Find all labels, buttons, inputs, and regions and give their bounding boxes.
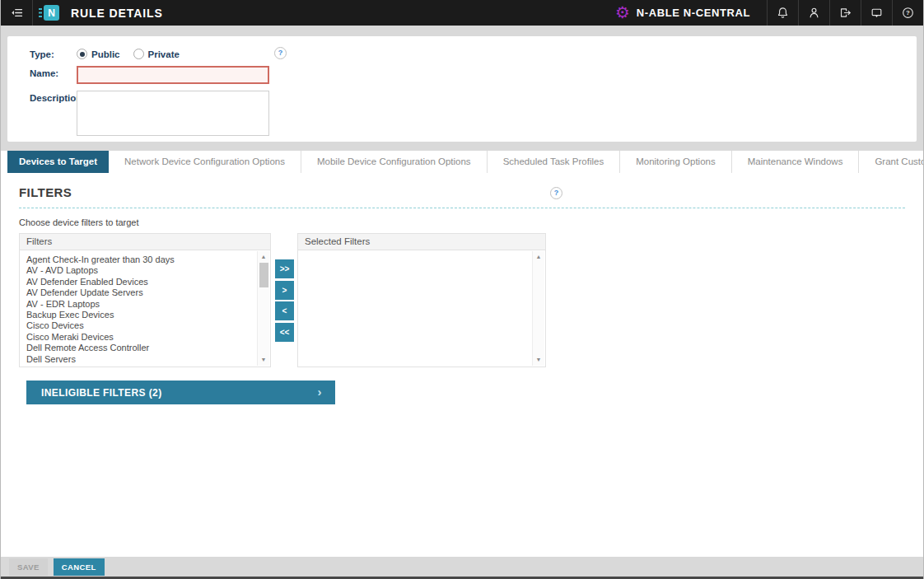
transfer-buttons: >> > < << <box>275 259 294 342</box>
svg-text:?: ? <box>906 9 910 16</box>
type-private-radio[interactable] <box>133 49 144 59</box>
devices-to-target-panel: FILTERS ? Choose device filters to targe… <box>1 173 923 557</box>
scroll-up-icon[interactable]: ▲ <box>258 253 269 261</box>
ncentral-logo-icon: N <box>44 5 59 21</box>
tab-devices-to-target[interactable]: Devices to Target <box>7 151 109 173</box>
form-help-icon[interactable]: ? <box>274 47 287 59</box>
nable-logo-icon: ⚙ <box>615 0 630 26</box>
move-right-button[interactable]: > <box>275 281 294 300</box>
filter-option[interactable]: AV - AVD Laptops <box>26 265 254 276</box>
chevron-right-icon: › <box>318 385 322 399</box>
save-button[interactable]: SAVE <box>9 558 48 576</box>
nable-brand: ⚙ N-ABLE N-CENTRAL <box>615 0 767 26</box>
ineligible-filters-expander[interactable]: INELIGIBLE FILTERS (2) › <box>26 381 335 404</box>
rule-form-card: Type: Public Private ? Name: Description… <box>7 36 917 142</box>
filters-help-icon[interactable]: ? <box>550 187 562 199</box>
type-label: Type: <box>30 47 77 59</box>
type-radio-group: Public Private <box>77 47 193 59</box>
selected-filters-box: Selected Filters ▲ ▼ <box>297 233 546 367</box>
tab-grant-customers-sites-access[interactable]: Grant Customers & Sites Access <box>859 151 924 173</box>
tab-maintenance-windows[interactable]: Maintenance Windows <box>732 151 860 173</box>
move-left-button[interactable]: < <box>275 301 294 320</box>
filters-subtitle: Choose device filters to target <box>19 217 905 227</box>
name-input[interactable] <box>77 66 269 84</box>
filter-option[interactable]: Cisco Devices <box>26 320 254 331</box>
header-divider <box>32 0 33 26</box>
top-bar-right: ⚙ N-ABLE N-CENTRAL <box>615 0 923 26</box>
name-row: Name: <box>30 66 917 84</box>
scroll-up-icon[interactable]: ▲ <box>533 253 544 261</box>
top-bar: N RULE DETAILS ⚙ N-ABLE N-CENTRAL <box>1 0 923 26</box>
brand-name: N-ABLE N-CENTRAL <box>637 7 750 19</box>
scroll-down-icon[interactable]: ▼ <box>258 356 269 364</box>
name-label: Name: <box>30 66 77 78</box>
description-input[interactable] <box>77 91 269 136</box>
scrollbar-thumb[interactable] <box>259 263 268 287</box>
filter-option[interactable]: Backup Exec Devices <box>26 310 254 320</box>
selected-filters-header: Selected Filters <box>297 233 546 250</box>
available-filters-box: Filters Agent Check-In greater than 30 d… <box>19 233 271 367</box>
footer-bar: SAVE CANCEL <box>1 557 923 577</box>
form-section: Type: Public Private ? Name: Description… <box>1 26 923 151</box>
available-filters-scrollbar[interactable]: ▲ ▼ <box>257 251 269 366</box>
available-filters-header: Filters <box>19 233 271 250</box>
cancel-button[interactable]: CANCEL <box>54 558 105 576</box>
tab-scheduled-task-profiles[interactable]: Scheduled Task Profiles <box>488 151 621 173</box>
notifications-bell-icon[interactable] <box>767 0 798 26</box>
description-row: Description: <box>30 91 917 136</box>
top-bar-left: N RULE DETAILS <box>1 0 163 26</box>
help-icon[interactable]: ? <box>892 0 923 26</box>
move-all-right-button[interactable]: >> <box>275 259 294 278</box>
tab-bar: Devices to Target Network Device Configu… <box>1 151 923 173</box>
selected-filters-list[interactable]: ▲ ▼ <box>297 250 546 367</box>
tab-monitoring-options[interactable]: Monitoring Options <box>620 151 732 173</box>
page-title: RULE DETAILS <box>71 7 163 20</box>
type-row: Type: Public Private <box>30 47 917 59</box>
filter-option[interactable]: AV Defender Enabled Devices <box>26 277 254 287</box>
filters-section-header: FILTERS <box>19 173 905 208</box>
dual-listbox: Filters Agent Check-In greater than 30 d… <box>19 233 905 367</box>
scroll-down-icon[interactable]: ▼ <box>533 356 544 364</box>
tab-network-device-configuration-options[interactable]: Network Device Configuration Options <box>109 151 301 173</box>
filter-option[interactable]: Dell Servers <box>26 354 254 365</box>
type-public-radio[interactable] <box>77 49 87 59</box>
tab-mobile-device-configuration-options[interactable]: Mobile Device Configuration Options <box>301 151 488 173</box>
filter-option[interactable]: Dell Remote Access Controller <box>26 343 254 353</box>
logout-icon[interactable] <box>829 0 861 26</box>
filter-option[interactable]: Agent Check-In greater than 30 days <box>26 254 254 265</box>
filter-option[interactable]: AV Defender Update Servers <box>26 287 254 298</box>
collapse-menu-icon[interactable] <box>1 0 32 26</box>
rule-details-page: N RULE DETAILS ⚙ N-ABLE N-CENTRAL <box>0 0 924 579</box>
filter-option[interactable]: Cisco Meraki Devices <box>26 332 254 343</box>
move-all-left-button[interactable]: << <box>275 323 294 342</box>
ineligible-filters-label: INELIGIBLE FILTERS (2) <box>41 387 162 399</box>
filters-title: FILTERS <box>19 185 905 200</box>
type-private-label: Private <box>148 49 180 59</box>
user-account-icon[interactable] <box>798 0 829 26</box>
filter-option[interactable]: AV - EDR Laptops <box>26 299 254 310</box>
feedback-chat-icon[interactable] <box>861 0 892 26</box>
type-public-label: Public <box>91 49 120 59</box>
description-label: Description: <box>30 91 77 103</box>
available-filters-list[interactable]: Agent Check-In greater than 30 days AV -… <box>19 250 271 367</box>
selected-filters-scrollbar[interactable]: ▲ ▼ <box>532 251 544 366</box>
